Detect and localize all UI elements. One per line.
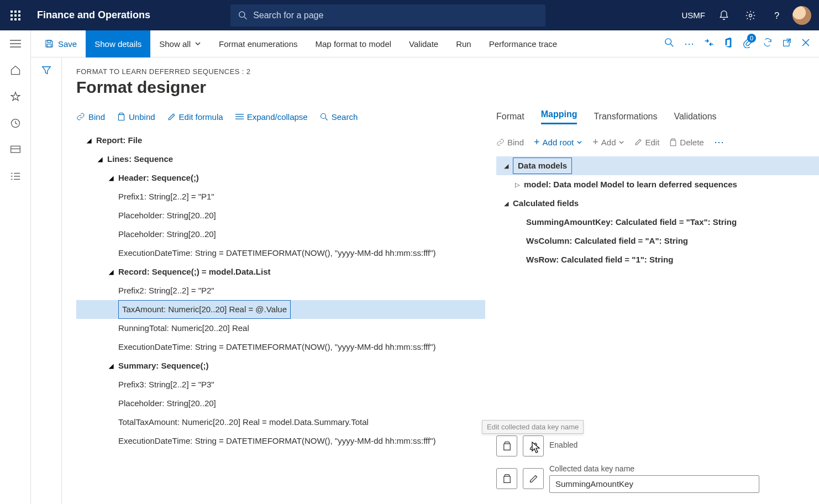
- app-launcher-icon[interactable]: [0, 0, 30, 30]
- mapping-tree[interactable]: ◢Data models ▷model: Data model Model to…: [496, 156, 819, 269]
- edit-formula-button[interactable]: Edit formula: [167, 112, 223, 122]
- svg-point-35: [321, 113, 326, 118]
- tree-node[interactable]: Prefix3: String[2..2] = "P3": [76, 375, 485, 394]
- popout-icon[interactable]: [783, 38, 791, 49]
- delete-button[interactable]: Delete: [669, 138, 704, 147]
- add-root-button[interactable]: +Add root: [534, 136, 582, 148]
- run-button[interactable]: Run: [447, 30, 480, 57]
- tree-node-selected-row[interactable]: TaxAmount: Numeric[20..20] Real = @.Valu…: [76, 300, 485, 319]
- format-tree-panel: Bind Unbind Edit formula Expand/collapse…: [76, 107, 485, 504]
- tree-node[interactable]: ◢Report: File: [76, 131, 485, 150]
- tab-transformations[interactable]: Transformations: [594, 112, 657, 122]
- expand-collapse-button[interactable]: Expand/collapse: [235, 112, 308, 122]
- trash-icon: [502, 474, 512, 484]
- modules-icon[interactable]: [4, 171, 27, 182]
- help-icon[interactable]: ?: [766, 4, 788, 27]
- tree-node[interactable]: ExecutionDateTime: String = DATETIMEFORM…: [76, 338, 485, 356]
- refresh-icon[interactable]: [763, 38, 773, 50]
- svg-text:?: ?: [774, 10, 779, 20]
- tree-node[interactable]: ◢Record: Sequence(;) = model.Data.List: [76, 262, 485, 281]
- svg-rect-5: [18, 14, 20, 17]
- tree-node[interactable]: Placeholder: String[20..20]: [76, 225, 485, 244]
- tree-node[interactable]: ◢Header: Sequence(;): [76, 169, 485, 187]
- tree-node[interactable]: ◢Lines: Sequence: [76, 150, 485, 169]
- svg-rect-6: [11, 18, 13, 20]
- hamburger-icon[interactable]: [4, 38, 27, 49]
- favorite-icon[interactable]: [4, 91, 27, 102]
- tree-node[interactable]: Placeholder: String[20..20]: [76, 206, 485, 225]
- unbind-button[interactable]: Unbind: [117, 112, 155, 122]
- company-label[interactable]: USMF: [682, 11, 706, 20]
- nav-rail: [0, 30, 31, 504]
- search-input[interactable]: [253, 11, 538, 20]
- svg-rect-26: [47, 44, 51, 47]
- attachments-badge: 0: [747, 34, 756, 43]
- map-format-button[interactable]: Map format to model: [307, 30, 401, 57]
- svg-rect-4: [14, 14, 17, 17]
- tree-node[interactable]: Prefix2: String[2..2] = "P2": [76, 281, 485, 300]
- svg-rect-1: [14, 11, 17, 13]
- add-button[interactable]: +Add: [592, 136, 624, 148]
- connector-icon[interactable]: [704, 38, 714, 50]
- more-button[interactable]: ⋯: [714, 136, 724, 148]
- search-command-icon[interactable]: [664, 38, 674, 50]
- global-search[interactable]: [230, 4, 545, 27]
- tree-node[interactable]: Placeholder: String[20..20]: [76, 394, 485, 413]
- search-icon: [320, 113, 328, 121]
- svg-rect-2: [18, 11, 20, 13]
- tab-mapping[interactable]: Mapping: [541, 109, 578, 124]
- mapping-node[interactable]: ◢Calculated fields: [496, 194, 819, 213]
- collected-value[interactable]: SummingAmountKey: [549, 475, 759, 493]
- format-enumerations-button[interactable]: Format enumerations: [210, 30, 307, 57]
- attachments-icon[interactable]: 0: [743, 37, 753, 50]
- show-details-button[interactable]: Show details: [86, 30, 150, 57]
- close-icon[interactable]: [801, 38, 810, 49]
- edit-collected-button[interactable]: [523, 468, 544, 489]
- mapping-bind-button[interactable]: Bind: [496, 138, 524, 147]
- save-button[interactable]: Save: [35, 30, 86, 57]
- mapping-node[interactable]: WsRow: Calculated field = "1": String: [496, 250, 819, 269]
- chevron-down-icon: [195, 40, 201, 47]
- recent-icon[interactable]: [4, 118, 27, 129]
- tree-node[interactable]: ExecutionDateTime: String = DATETIMEFORM…: [76, 432, 485, 450]
- tree-node[interactable]: Prefix1: String[2..2] = "P1": [76, 187, 485, 206]
- delete-enabled-button[interactable]: [496, 435, 517, 456]
- tree-node[interactable]: RunningTotal: Numeric[20..20] Real: [76, 319, 485, 338]
- filter-column: [31, 57, 62, 504]
- tree-search-button[interactable]: Search: [320, 112, 358, 122]
- svg-line-36: [325, 118, 327, 120]
- tab-validations[interactable]: Validations: [674, 112, 716, 122]
- edit-button[interactable]: Edit: [634, 138, 659, 147]
- mapping-node[interactable]: WsColumn: Calculated field = "A": String: [496, 232, 819, 250]
- tree-node[interactable]: ExecutionDateTime: String = DATETIMEFORM…: [76, 244, 485, 262]
- workspace-icon[interactable]: [4, 144, 27, 155]
- mapping-node-selected[interactable]: ◢Data models: [496, 156, 819, 175]
- format-tree[interactable]: ◢Report: File ◢Lines: Sequence ◢Header: …: [76, 131, 485, 450]
- page-title: Format designer: [76, 78, 819, 97]
- notification-icon[interactable]: [713, 4, 735, 27]
- validate-button[interactable]: Validate: [400, 30, 447, 57]
- avatar[interactable]: [792, 6, 811, 25]
- mapping-node[interactable]: ▷model: Data model Model to learn deferr…: [496, 175, 819, 194]
- svg-rect-0: [11, 11, 13, 13]
- delete-collected-button[interactable]: [496, 468, 517, 489]
- performance-trace-button[interactable]: Performance trace: [480, 30, 566, 57]
- filter-icon[interactable]: [41, 65, 51, 504]
- mapping-node[interactable]: SummingAmountKey: Calculated field = "Ta…: [496, 213, 819, 232]
- home-icon[interactable]: [4, 65, 27, 76]
- chevron-down-icon: [618, 139, 624, 145]
- more-icon[interactable]: ⋯: [684, 38, 694, 50]
- svg-point-11: [749, 14, 752, 17]
- show-all-button[interactable]: Show all: [150, 30, 210, 57]
- svg-rect-3: [11, 14, 13, 17]
- breadcrumb: FORMAT TO LEARN DEFERRED SEQUENCES : 2: [76, 67, 819, 76]
- tree-node[interactable]: TotalTaxAmount: Numeric[20..20] Real = m…: [76, 413, 485, 432]
- tab-format[interactable]: Format: [496, 112, 524, 122]
- svg-line-10: [244, 17, 246, 19]
- mapping-panel: Format Mapping Transformations Validatio…: [496, 107, 819, 504]
- trash-icon: [117, 112, 125, 121]
- tree-node[interactable]: ◢Summary: Sequence(;): [76, 356, 485, 375]
- bind-button[interactable]: Bind: [76, 112, 105, 122]
- gear-icon[interactable]: [739, 4, 762, 27]
- office-icon[interactable]: [724, 38, 733, 50]
